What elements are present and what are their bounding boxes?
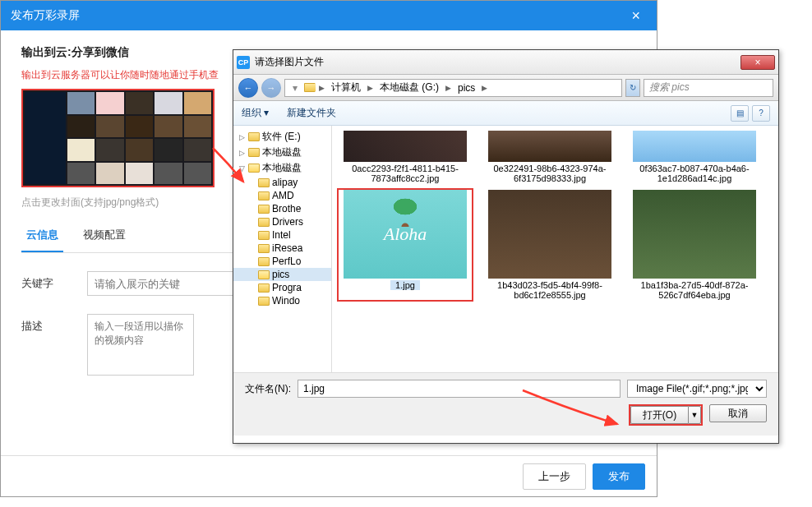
newfolder-button[interactable]: 新建文件夹 (287, 106, 336, 120)
file-item[interactable] (337, 305, 473, 341)
folder-icon (258, 178, 270, 187)
filetype-select[interactable]: Image File(*.gif;*.png;*.jpg;*) (627, 380, 767, 398)
help-icon[interactable]: ? (752, 105, 770, 122)
file-name-label: 1b43d023-f5d5-4bf4-99f8-bd6c1f2e8555.jpg (483, 280, 616, 300)
file-thumbnail (344, 307, 467, 338)
keyword-label: 关键字 (21, 271, 87, 291)
nav-forward-icon[interactable]: → (261, 78, 281, 98)
open-button-group: 打开(O) ▼ (629, 404, 703, 426)
publish-button[interactable]: 发布 (593, 463, 645, 490)
folder-icon (258, 270, 270, 279)
file-thumbnail (344, 131, 467, 162)
file-item[interactable]: 0acc2293-f2f1-4811-b415-7873affc8cc2.jpg (337, 129, 473, 185)
folder-icon (258, 283, 270, 293)
tree-item[interactable]: pics (233, 268, 331, 281)
tree-item[interactable]: ▽本地磁盘 (233, 160, 331, 176)
file-thumbnail (488, 131, 611, 162)
file-thumbnail (633, 190, 756, 279)
breadcrumb[interactable]: 本地磁盘 (G:) (376, 81, 444, 94)
desc-label: 描述 (21, 314, 87, 334)
view-icon[interactable]: ▤ (731, 105, 749, 122)
filename-label: 文件名(N): (245, 382, 291, 396)
tree-item-label: 软件 (E:) (262, 130, 301, 144)
file-thumbnail (488, 190, 611, 279)
tree-item[interactable]: Drivers (233, 215, 331, 228)
tree-item-label: pics (272, 269, 289, 280)
file-item[interactable]: 0e322491-98b6-4323-974a-6f3175d98333.jpg (482, 129, 618, 185)
folder-icon (258, 205, 270, 214)
close-icon[interactable]: × (625, 4, 647, 28)
filename-input[interactable] (298, 380, 621, 398)
file-name-label: 0f363ac7-b087-470a-b4a6-1e1d286ad14c.jpg (628, 164, 761, 183)
file-item[interactable]: 1b43d023-f5d5-4bf4-99f8-bd6c1f2e8555.jpg (482, 188, 618, 302)
tree-item[interactable]: AMD (233, 189, 331, 202)
tab-video[interactable]: 视频配置 (78, 221, 131, 252)
app-icon: CP (237, 56, 250, 69)
file-item[interactable]: 1ba1f3ba-27d5-40df-872a-526c7df64eba.jpg (626, 188, 763, 302)
tree-item-label: iResea (272, 242, 302, 254)
tree-item[interactable]: iResea (233, 242, 331, 255)
dialog-title: 发布万彩录屏 (11, 8, 80, 23)
tree-item-label: PerfLo (272, 256, 301, 267)
cancel-button[interactable]: 取消 (709, 404, 767, 422)
tree-item-label: AMD (272, 190, 294, 201)
tree-item[interactable]: ▷软件 (E:) (233, 129, 331, 145)
tree-item[interactable]: PerfLo (233, 255, 331, 268)
tree-item[interactable]: ▷本地磁盘 (233, 145, 331, 160)
tree-item-label: Brothe (272, 203, 301, 214)
file-name-label: 0acc2293-f2f1-4811-b415-7873affc8cc2.jpg (339, 164, 472, 183)
tree-item[interactable]: Brothe (233, 202, 331, 215)
open-button[interactable]: 打开(O) (630, 406, 688, 424)
file-item[interactable]: Aloha1.jpg (337, 188, 473, 302)
keyword-input[interactable] (87, 271, 240, 296)
tab-cloud[interactable]: 云信息 (21, 221, 63, 252)
tree-item-label: 本地磁盘 (262, 161, 302, 175)
dialog-header: 发布万彩录屏 × (1, 1, 657, 30)
open-dropdown-icon[interactable]: ▼ (688, 406, 701, 424)
folder-icon (248, 132, 260, 141)
tree-item-label: Windo (272, 295, 300, 307)
file-thumbnail: Aloha (344, 190, 467, 279)
tree-item-label: alipay (272, 177, 298, 188)
cover-thumbnail[interactable] (21, 89, 215, 187)
file-name-label: 1ba1f3ba-27d5-40df-872a-526c7df64eba.jpg (628, 280, 761, 300)
tree-item[interactable]: alipay (233, 176, 331, 189)
file-item[interactable]: 0f363ac7-b087-470a-b4a6-1e1d286ad14c.jpg (626, 129, 763, 185)
file-thumbnail (633, 131, 756, 162)
folder-icon (258, 244, 270, 253)
tree-item-label: 本地磁盘 (262, 145, 302, 159)
prev-button[interactable]: 上一步 (523, 463, 586, 490)
close-icon[interactable]: × (740, 55, 775, 70)
tree-item-label: Intel (272, 229, 291, 241)
folder-icon (258, 257, 270, 266)
folder-icon (248, 164, 260, 173)
folder-tree: ▷软件 (E:)▷本地磁盘▽本地磁盘alipayAMDBrotheDrivers… (233, 126, 332, 372)
desc-textarea[interactable] (87, 314, 194, 376)
file-name-label: 0e322491-98b6-4323-974a-6f3175d98333.jpg (483, 164, 616, 183)
folder-icon (258, 191, 270, 200)
folder-icon (258, 231, 270, 240)
file-name-label: 1.jpg (390, 280, 420, 290)
file-grid: 0acc2293-f2f1-4811-b415-7873affc8cc2.jpg… (332, 126, 778, 372)
organize-menu[interactable]: 组织 ▾ (242, 106, 269, 120)
tree-item-label: Drivers (272, 216, 303, 228)
breadcrumb[interactable]: pics (454, 82, 480, 94)
folder-icon (258, 218, 270, 227)
tree-item-label: Progra (272, 282, 302, 293)
file-dialog: CP 请选择图片文件 × ← → ▾ ▶ 计算机 ▶ 本地磁盘 (G:) ▶ p… (233, 49, 779, 444)
breadcrumb[interactable]: 计算机 (327, 81, 366, 94)
tree-item[interactable]: Progra (233, 281, 331, 294)
path-bar[interactable]: ▾ ▶ 计算机 ▶ 本地磁盘 (G:) ▶ pics ▶ (284, 79, 622, 97)
folder-icon (248, 148, 260, 157)
nav-back-icon[interactable]: ← (238, 78, 258, 98)
file-dialog-title: 请选择图片文件 (255, 55, 324, 69)
tree-item[interactable]: Windo (233, 294, 331, 307)
search-input[interactable]: 搜索 pics (644, 79, 773, 97)
tree-item[interactable]: Intel (233, 228, 331, 242)
folder-icon (258, 297, 270, 306)
refresh-icon[interactable]: ↻ (625, 79, 640, 97)
